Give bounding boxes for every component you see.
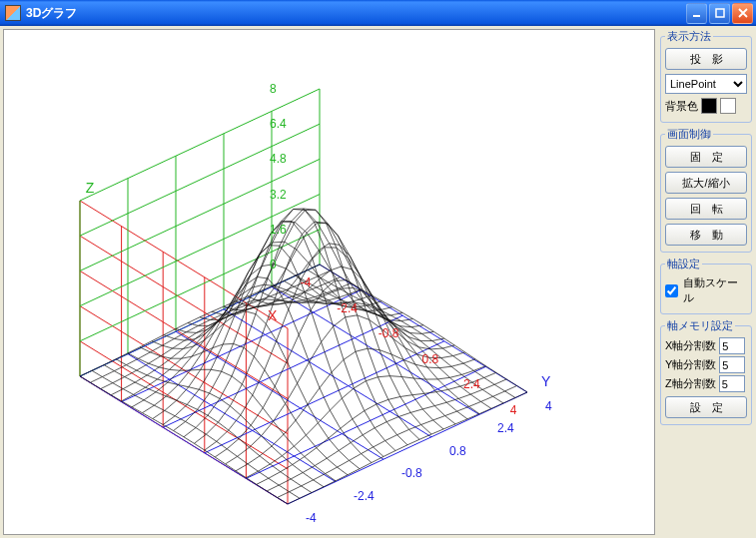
fix-button[interactable]: 固 定 (665, 146, 747, 168)
svg-line-9 (80, 341, 288, 469)
titlebar: 3Dグラフ (0, 0, 756, 26)
svg-line-29 (205, 341, 444, 453)
svg-text:4.8: 4.8 (270, 152, 287, 166)
svg-line-21 (80, 230, 320, 341)
svg-text:Y: Y (541, 373, 551, 389)
svg-line-26 (80, 265, 320, 376)
svg-text:2.4: 2.4 (497, 421, 514, 435)
side-panel: 表示方法 投 影 LinePoint 背景色 画面制御 固 定 拡大/縮小 回 … (658, 26, 756, 538)
svg-text:2.4: 2.4 (463, 377, 480, 391)
ticks-panel: 軸メモリ設定 X軸分割数 Y軸分割数 Z軸分割数 設 定 (660, 318, 752, 425)
svg-text:Z: Z (86, 180, 95, 196)
autoscale-checkbox[interactable] (665, 284, 678, 297)
axis-legend: 軸設定 (665, 257, 702, 271)
svg-rect-0 (693, 15, 700, 17)
rotate-button[interactable]: 回 転 (665, 198, 747, 220)
svg-line-12 (80, 236, 288, 363)
minimize-button[interactable] (686, 3, 707, 24)
svg-text:-0.8: -0.8 (401, 466, 422, 480)
svg-text:-2.4: -2.4 (337, 301, 358, 315)
zoom-button[interactable]: 拡大/縮小 (665, 172, 747, 194)
svg-line-25 (80, 89, 320, 201)
display-panel: 表示方法 投 影 LinePoint 背景色 (660, 29, 752, 123)
svg-text:-4: -4 (301, 275, 312, 289)
plot-3d: 01.63.24.86.48-4-2.4-0.80.82.44-4-2.4-0.… (4, 30, 648, 534)
maximize-button[interactable] (709, 3, 730, 24)
svg-text:3.2: 3.2 (270, 188, 287, 202)
bgcolor-label: 背景色 (665, 99, 698, 114)
axis-panel: 軸設定 自動スケール (660, 257, 752, 314)
svg-text:0.8: 0.8 (449, 444, 466, 458)
svg-text:4: 4 (545, 399, 552, 413)
apply-ticks-button[interactable]: 設 定 (665, 396, 747, 418)
view-legend: 画面制御 (665, 127, 713, 142)
svg-text:-2.4: -2.4 (354, 489, 375, 503)
z-divisions-input[interactable] (719, 375, 745, 392)
svg-text:1.6: 1.6 (270, 223, 287, 237)
svg-text:0: 0 (270, 258, 277, 271)
view-panel: 画面制御 固 定 拡大/縮小 回 転 移 動 (660, 127, 752, 253)
svg-text:-0.8: -0.8 (378, 326, 399, 340)
y-divisions-label: Y軸分割数 (665, 357, 716, 372)
ticks-legend: 軸メモリ設定 (665, 318, 735, 333)
bgcolor-swatch-main[interactable] (701, 98, 717, 114)
svg-line-31 (288, 392, 527, 504)
svg-text:0.8: 0.8 (421, 352, 438, 366)
x-divisions-label: X軸分割数 (665, 338, 716, 353)
plot-area[interactable]: 01.63.24.86.48-4-2.4-0.80.82.44-4-2.4-0.… (3, 29, 655, 535)
x-divisions-input[interactable] (719, 337, 745, 354)
render-mode-select[interactable]: LinePoint (665, 74, 747, 94)
svg-line-23 (80, 159, 320, 270)
svg-text:8: 8 (270, 82, 277, 96)
projection-button[interactable]: 投 影 (665, 48, 747, 70)
window-buttons (686, 3, 753, 24)
svg-text:6.4: 6.4 (270, 117, 287, 131)
svg-line-11 (80, 270, 288, 398)
autoscale-label: 自動スケール (683, 275, 747, 305)
svg-line-30 (246, 366, 485, 478)
move-button[interactable]: 移 動 (665, 224, 747, 246)
bgcolor-swatch-alt[interactable] (720, 98, 736, 114)
z-divisions-label: Z軸分割数 (665, 376, 716, 391)
svg-text:4: 4 (510, 403, 517, 417)
y-divisions-input[interactable] (719, 356, 745, 373)
svg-line-33 (128, 354, 336, 482)
svg-line-13 (80, 201, 288, 328)
close-button[interactable] (732, 3, 753, 24)
svg-text:-4: -4 (306, 511, 317, 525)
display-legend: 表示方法 (665, 29, 713, 44)
app-icon (5, 5, 21, 21)
window-title: 3Dグラフ (26, 5, 686, 22)
svg-text:X: X (268, 307, 278, 323)
svg-rect-1 (716, 9, 724, 17)
